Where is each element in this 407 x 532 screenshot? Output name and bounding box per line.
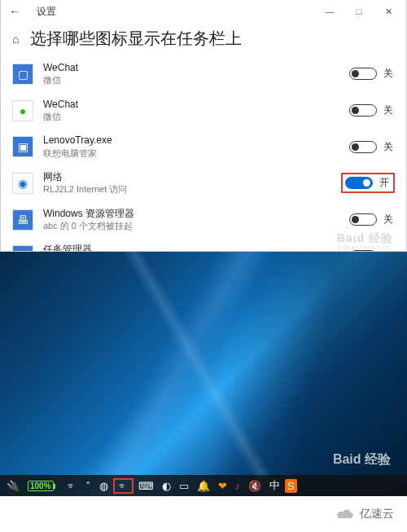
app-row-lenovo-tray: ▣LenovoTray.exe联想电脑管家关 bbox=[12, 129, 395, 165]
toggle-network[interactable] bbox=[345, 177, 373, 189]
app-row-wechat-1: ▢WeChat微信关 bbox=[12, 56, 395, 93]
window-controls: — □ ✕ bbox=[315, 1, 403, 22]
bell-icon[interactable]: 🔔 bbox=[194, 480, 213, 492]
app-subtitle: 联想电脑管家 bbox=[43, 147, 349, 159]
app-row-network: ◉网络RLJ2L2 Internet 访问开 bbox=[12, 165, 395, 202]
volume-mute-icon[interactable]: 🔇 bbox=[245, 480, 265, 492]
wechat-2-icon: ● bbox=[12, 100, 33, 121]
app-subtitle: abc 的 0 个文档被挂起 bbox=[43, 220, 349, 231]
cloud-icon bbox=[335, 507, 355, 521]
back-button[interactable]: ← bbox=[4, 3, 25, 20]
network-icon: ◉ bbox=[12, 173, 33, 194]
unknown-icon-2[interactable]: ◐ bbox=[159, 480, 174, 492]
explorer-1-icon: 🖶 bbox=[12, 209, 33, 231]
page-header: ⌂ 选择哪些图标显示在任务栏上 bbox=[1, 23, 406, 56]
app-title: 任务管理器 bbox=[43, 244, 349, 252]
toggle-wechat-1[interactable] bbox=[349, 68, 377, 80]
wifi-icon[interactable]: ᯤ bbox=[113, 478, 133, 494]
toggle-state-label: 开 bbox=[379, 176, 391, 190]
toggle-state-label: 关 bbox=[383, 213, 395, 226]
toggle-wechat-2[interactable] bbox=[349, 104, 377, 117]
app-subtitle: 微信 bbox=[43, 111, 349, 122]
app-row-wechat-2: ●WeChat微信关 bbox=[12, 93, 395, 130]
page-footer: 亿速云 bbox=[0, 496, 407, 532]
monitor-icon[interactable]: ▭ bbox=[176, 480, 192, 492]
app-title: LenovoTray.exe bbox=[43, 134, 349, 146]
footer-brand-text: 亿速云 bbox=[360, 507, 394, 521]
app-title: 网络 bbox=[43, 171, 341, 182]
keyboard-icon[interactable]: ⌨ bbox=[135, 480, 157, 492]
app-title: Windows 资源管理器 bbox=[43, 208, 349, 219]
app-subtitle: 微信 bbox=[43, 74, 349, 86]
toggle-state-label: 关 bbox=[383, 67, 395, 81]
battery-indicator[interactable]: 100% bbox=[24, 481, 57, 491]
ime-icon[interactable]: 中 bbox=[266, 478, 283, 493]
taskbar: 🔌 100% ᯤ˄◍ᯤ⌨◐▭🔔❤♪🔇中S bbox=[0, 475, 407, 496]
app-title: WeChat bbox=[43, 62, 349, 73]
toggle-state-label: 关 bbox=[383, 103, 395, 117]
close-button[interactable]: ✕ bbox=[374, 1, 403, 22]
toggle-explorer-1[interactable] bbox=[349, 213, 377, 226]
app-subtitle: RLJ2L2 Internet 访问 bbox=[43, 183, 341, 195]
watermark-bottom: Baid 经验 bbox=[333, 451, 391, 468]
tray-overflow-icon[interactable]: ˄ bbox=[82, 480, 94, 492]
people-icon[interactable]: ᯤ bbox=[63, 480, 81, 492]
titlebar: ← 设置 — □ ✕ bbox=[1, 0, 406, 23]
watermark-top-sub: jingyan.baidu.com bbox=[338, 244, 390, 251]
power-icon[interactable]: 🔌 bbox=[3, 480, 23, 492]
desktop-screenshot: Baid 经验 🔌 100% ᯤ˄◍ᯤ⌨◐▭🔔❤♪🔇中S bbox=[0, 252, 407, 496]
heart-icon[interactable]: ❤ bbox=[215, 480, 230, 492]
task-manager-icon: ▤ bbox=[12, 245, 33, 252]
minimize-button[interactable]: — bbox=[315, 1, 344, 22]
toggle-state-label: 关 bbox=[383, 140, 395, 154]
unknown-icon-1[interactable]: ◍ bbox=[96, 480, 112, 492]
maximize-button[interactable]: □ bbox=[344, 1, 374, 22]
app-title: WeChat bbox=[43, 99, 349, 110]
lenovo-tray-icon: ▣ bbox=[12, 136, 33, 157]
music-icon[interactable]: ♪ bbox=[232, 480, 244, 492]
page-title: 选择哪些图标显示在任务栏上 bbox=[30, 28, 242, 50]
toggle-lenovo-tray[interactable] bbox=[349, 141, 377, 153]
sogou-icon[interactable]: S bbox=[285, 479, 297, 493]
app-list: ▢WeChat微信关●WeChat微信关▣LenovoTray.exe联想电脑管… bbox=[1, 56, 406, 252]
wechat-1-icon: ▢ bbox=[12, 64, 33, 85]
home-icon[interactable]: ⌂ bbox=[12, 33, 19, 46]
settings-window: ← 设置 — □ ✕ ⌂ 选择哪些图标显示在任务栏上 ▢WeChat微信关●We… bbox=[0, 0, 407, 252]
window-title: 设置 bbox=[37, 5, 56, 19]
